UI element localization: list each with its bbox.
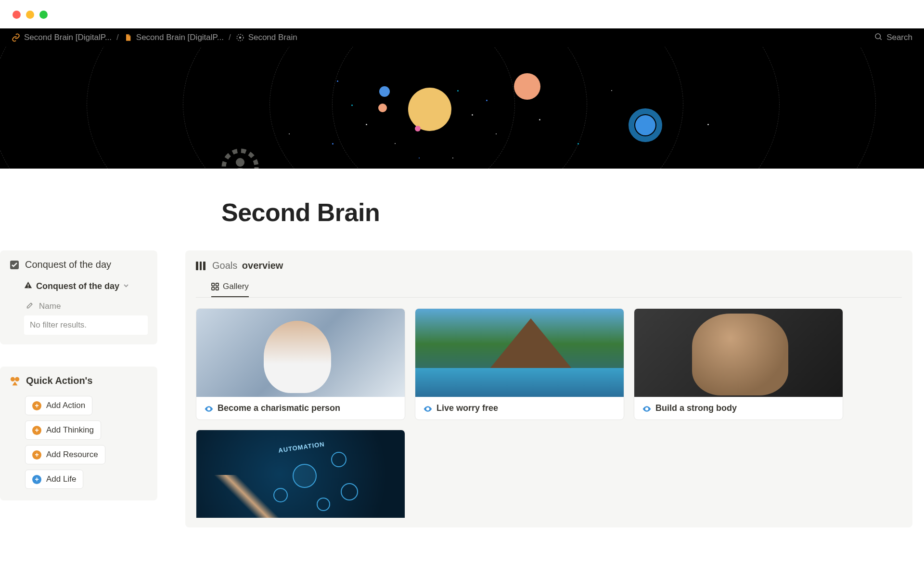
breadcrumb-item-1[interactable]: Second Brain [DigitalP... xyxy=(12,33,112,42)
property-name-label: Name xyxy=(39,302,61,311)
svg-rect-13 xyxy=(216,288,219,290)
svg-point-4 xyxy=(236,158,244,167)
svg-rect-11 xyxy=(216,283,219,286)
goals-gallery: Become a charismatic person Live worry f… xyxy=(196,308,902,518)
topbar: Second Brain [DigitalP... / Second Brain… xyxy=(0,28,924,47)
breadcrumb-label-3: Second Brain xyxy=(248,33,297,42)
add-life-button[interactable]: + Add Life xyxy=(25,470,83,489)
goals-title-light: Goals xyxy=(212,260,237,271)
plus-icon: + xyxy=(32,426,41,435)
card-image xyxy=(415,309,624,397)
eye-icon xyxy=(204,404,213,413)
eye-icon xyxy=(642,404,651,413)
goals-title-bold: overview xyxy=(242,260,283,271)
add-action-button[interactable]: + Add Action xyxy=(25,396,92,415)
tab-gallery[interactable]: Gallery xyxy=(211,282,249,297)
doc-icon xyxy=(124,33,132,42)
quick-actions-header: Quick Action's xyxy=(10,375,148,386)
breadcrumb-label-2: Second Brain [DigitalP... xyxy=(136,33,224,42)
svg-point-14 xyxy=(208,408,209,409)
conquest-db-view[interactable]: Conquest of the day xyxy=(24,281,148,291)
svg-rect-7 xyxy=(28,287,29,288)
svg-rect-6 xyxy=(28,284,29,286)
tab-gallery-label: Gallery xyxy=(223,282,249,291)
page-icon[interactable] xyxy=(221,148,259,169)
quick-actions-panel: Quick Action's + Add Action + Add Thinki… xyxy=(0,367,157,500)
goals-panel: Goals overview Gallery xyxy=(185,250,912,527)
goals-header: Goals overview xyxy=(196,260,902,271)
goal-card-strong-body[interactable]: Build a strong body xyxy=(634,308,843,420)
conquest-panel: Conquest of the day Conquest of the day … xyxy=(0,250,157,344)
close-window[interactable] xyxy=(13,11,21,19)
minimize-window[interactable] xyxy=(26,11,34,19)
divider xyxy=(196,297,902,298)
goal-card-automation[interactable] xyxy=(196,430,405,518)
maximize-window[interactable] xyxy=(39,11,48,19)
svg-point-8 xyxy=(11,377,15,381)
breadcrumb-label-1: Second Brain [DigitalP... xyxy=(24,33,112,42)
page-title[interactable]: Second Brain xyxy=(221,198,924,227)
quick-actions-icon xyxy=(10,376,20,386)
svg-point-9 xyxy=(15,377,19,381)
search-icon xyxy=(874,32,883,43)
svg-rect-12 xyxy=(212,288,215,290)
target-icon xyxy=(236,33,244,42)
card-title: Live worry free xyxy=(436,403,498,413)
chevron-down-icon xyxy=(123,282,129,290)
conquest-panel-header: Conquest of the day xyxy=(10,259,148,270)
conquest-db-title: Conquest of the day xyxy=(36,281,119,291)
edit-icon xyxy=(26,301,34,312)
card-image xyxy=(634,309,843,397)
card-title: Become a charismatic person xyxy=(218,403,340,413)
cover-image xyxy=(0,47,924,169)
plus-icon: + xyxy=(32,401,41,410)
add-thinking-label: Add Thinking xyxy=(46,425,94,435)
eye-icon xyxy=(423,404,432,413)
gallery-icon xyxy=(211,283,219,290)
svg-point-2 xyxy=(875,34,881,39)
conquest-panel-title: Conquest of the day xyxy=(25,259,111,270)
card-image xyxy=(196,430,405,518)
add-life-label: Add Life xyxy=(46,474,76,484)
breadcrumb-separator: / xyxy=(229,33,231,42)
search-label: Search xyxy=(886,33,912,42)
goal-card-charismatic[interactable]: Become a charismatic person xyxy=(196,308,405,420)
breadcrumb-item-2[interactable]: Second Brain [DigitalP... xyxy=(124,33,224,42)
plus-icon: + xyxy=(32,450,41,460)
window-controls xyxy=(0,0,924,28)
checkbox-icon xyxy=(10,260,19,270)
goal-card-worry-free[interactable]: Live worry free xyxy=(415,308,624,420)
svg-rect-10 xyxy=(212,283,215,286)
card-title: Build a strong body xyxy=(655,403,737,413)
search-button[interactable]: Search xyxy=(874,32,912,43)
svg-point-1 xyxy=(239,37,241,39)
add-thinking-button[interactable]: + Add Thinking xyxy=(25,420,101,440)
quick-actions-title: Quick Action's xyxy=(26,375,93,386)
empty-filter-message: No filter results. xyxy=(24,315,148,335)
breadcrumb: Second Brain [DigitalP... / Second Brain… xyxy=(12,33,297,42)
add-action-label: Add Action xyxy=(46,401,85,410)
add-resource-button[interactable]: + Add Resource xyxy=(25,445,105,464)
plus-icon: + xyxy=(32,475,41,484)
add-resource-label: Add Resource xyxy=(46,450,98,460)
svg-point-15 xyxy=(427,408,428,409)
breadcrumb-item-3[interactable]: Second Brain xyxy=(236,33,297,42)
board-icon xyxy=(196,262,205,270)
card-image xyxy=(196,309,405,397)
svg-point-16 xyxy=(646,408,647,409)
breadcrumb-separator: / xyxy=(116,33,119,42)
warning-icon xyxy=(24,281,32,291)
link-icon xyxy=(12,33,20,42)
property-name[interactable]: Name xyxy=(26,301,148,312)
